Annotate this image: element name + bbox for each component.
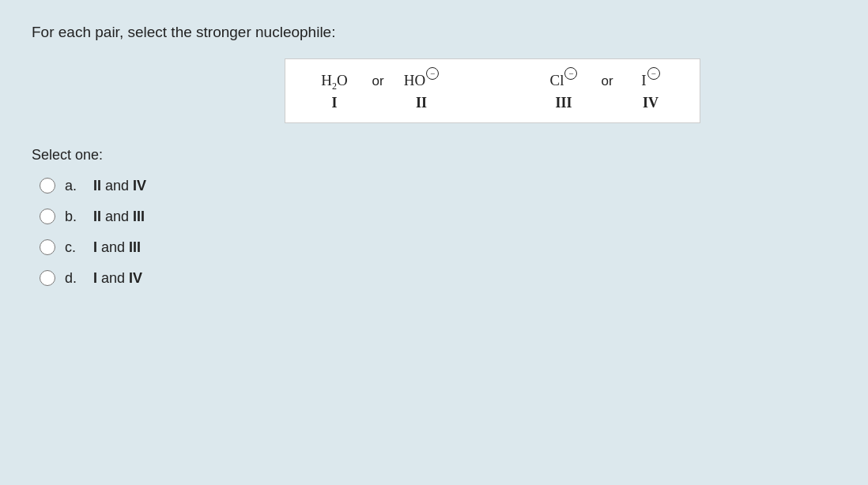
option-letter-c: c. — [65, 239, 84, 256]
radio-c[interactable] — [40, 239, 55, 255]
roman-I: I — [331, 95, 337, 111]
option-letter-a: a. — [65, 178, 84, 194]
roman-III: III — [555, 95, 572, 111]
or-label-2: or — [601, 70, 613, 89]
formula-iodide: I− — [641, 70, 659, 92]
formula-ho: HO− — [404, 70, 439, 92]
question-text: For each pair, select the stronger nucle… — [32, 24, 836, 41]
option-text-a: II and IV — [93, 178, 146, 194]
option-text-d: I and IV — [93, 270, 142, 287]
or-cell-1: or I — [358, 70, 398, 109]
charge-cl: − — [564, 67, 577, 80]
option-text-c: I and III — [93, 239, 141, 256]
charge-ho: − — [426, 67, 439, 80]
option-letter-b: b. — [65, 209, 84, 225]
roman-II: II — [416, 95, 427, 111]
radio-b[interactable] — [40, 209, 55, 224]
option-d[interactable]: d. I and IV — [40, 270, 836, 287]
molecule-cl: Cl− III — [540, 70, 587, 111]
option-a[interactable]: a. II and IV — [40, 178, 836, 194]
formula-h2o: H2O — [321, 70, 347, 92]
molecule-iodide: I− IV — [627, 70, 674, 111]
radio-a[interactable] — [40, 178, 55, 194]
formula-cl: Cl− — [550, 70, 578, 92]
or-cell-2: or I — [587, 70, 627, 109]
select-one-label: Select one: — [32, 147, 836, 164]
molecule-row: H2O I or I HO− II Cl− III or I I− IV — [311, 70, 674, 111]
option-b[interactable]: b. II and III — [40, 209, 836, 225]
option-c[interactable]: c. I and III — [40, 239, 836, 256]
roman-IV: IV — [643, 95, 659, 111]
molecule-h2o: H2O I — [311, 70, 358, 111]
option-letter-d: d. — [65, 270, 84, 287]
molecule-ho: HO− II — [398, 70, 445, 111]
option-text-b: II and III — [93, 209, 145, 225]
options-list: a. II and IV b. II and III c. I and III … — [40, 178, 836, 287]
radio-d[interactable] — [40, 270, 55, 286]
or-label-1: or — [372, 70, 383, 89]
molecule-box: H2O I or I HO− II Cl− III or I I− IV — [285, 58, 700, 123]
charge-iodide: − — [647, 67, 660, 80]
